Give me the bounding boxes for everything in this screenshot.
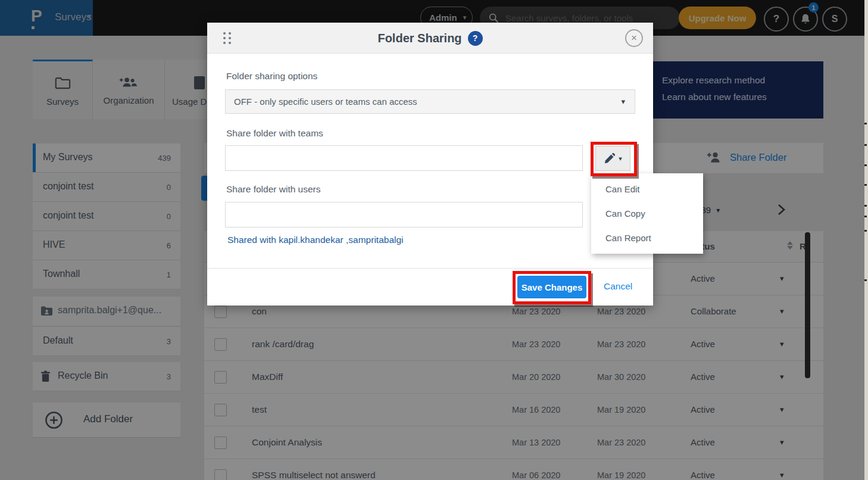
- share-users-input[interactable]: [225, 202, 583, 227]
- close-icon: ×: [631, 32, 637, 44]
- browser-scrollbar[interactable]: [864, 0, 868, 480]
- menu-item-can-copy[interactable]: Can Copy: [591, 201, 703, 226]
- modal-title: Folder Sharing: [377, 32, 461, 45]
- modal-header: Folder Sharing ? ×: [207, 23, 653, 54]
- share-teams-label: Share folder with teams: [226, 128, 323, 139]
- annotation-box-permission-button: [591, 142, 637, 176]
- menu-item-can-report[interactable]: Can Report: [591, 226, 703, 250]
- sharing-options-select[interactable]: OFF - only specific users or teams can a…: [225, 89, 635, 114]
- modal-help-icon[interactable]: ?: [468, 31, 483, 46]
- shared-with-note: Shared with kapil.khandekar ,sampritabal…: [227, 235, 404, 245]
- close-button[interactable]: ×: [625, 29, 643, 47]
- folder-sharing-modal: Folder Sharing ? × Folder sharing option…: [207, 23, 653, 306]
- cancel-button[interactable]: Cancel: [604, 281, 632, 292]
- sharing-options-value: OFF - only specific users or teams can a…: [234, 96, 417, 107]
- share-users-label: Share folder with users: [226, 184, 321, 195]
- modal-footer-divider: [207, 268, 653, 269]
- share-teams-input[interactable]: [225, 145, 583, 171]
- permission-menu: Can Edit Can Copy Can Report: [591, 173, 703, 254]
- annotation-box-save-button: [513, 271, 591, 304]
- app-root: P Surveys ▾ Admin ▾ Upgrade Now ?: [0, 0, 868, 480]
- menu-item-can-edit[interactable]: Can Edit: [591, 177, 703, 201]
- select-caret-icon: ▾: [621, 97, 625, 106]
- sharing-options-label: Folder sharing options: [226, 71, 317, 82]
